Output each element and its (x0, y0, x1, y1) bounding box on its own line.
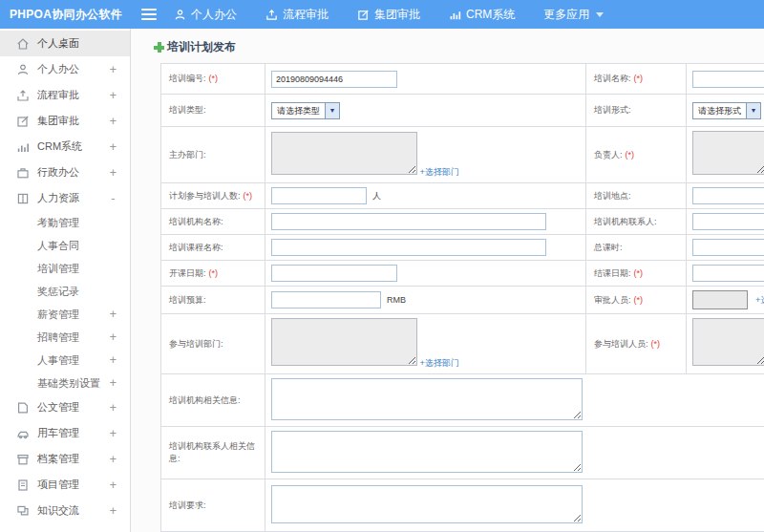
top-nav: 个人办公 流程审批 集团审批 CRM系统 更多应用 (174, 7, 604, 23)
field-label: 参与培训部门: (169, 339, 223, 349)
training-type-select[interactable]: 请选择类型 ▼ (271, 102, 340, 119)
sidebar-item-crm[interactable]: CRM系统 + (0, 134, 130, 160)
sidebar-item-archives[interactable]: 档案管理 + (0, 446, 130, 472)
topnav-workflow-approval[interactable]: 流程审批 (265, 7, 329, 23)
training-form-select[interactable]: 请选择形式 ▼ (692, 102, 761, 119)
total-hours-input[interactable] (692, 239, 764, 256)
field-label: 培训课程名称: (169, 243, 223, 252)
sidebar-item-workflow-approval[interactable]: 流程审批 + (0, 82, 130, 108)
briefcase-icon (16, 166, 30, 180)
training-org-contact-input[interactable] (692, 213, 764, 230)
training-name-input[interactable] (692, 71, 764, 88)
topnav-more-apps[interactable]: 更多应用 (543, 7, 604, 23)
required-mark: (*) (626, 150, 635, 160)
select-department-link[interactable]: +选择部门 (420, 166, 459, 179)
training-location-input[interactable] (692, 187, 764, 204)
training-requirements-textarea[interactable] (271, 485, 583, 523)
training-no-input[interactable] (271, 71, 397, 88)
required-mark: (*) (209, 268, 219, 278)
sidebar-item-personal-desktop[interactable]: 个人桌面 (0, 31, 130, 56)
person-icon (16, 63, 30, 76)
expand-icon[interactable]: + (110, 427, 117, 440)
field-label: 结课日期: (594, 268, 631, 278)
leader-textarea[interactable] (692, 131, 764, 175)
sidebar-subitem-reward-punishment[interactable]: 奖惩记录 (0, 280, 130, 303)
car-icon (16, 427, 30, 440)
field-label: 培训机构联系人相关信息: (169, 441, 255, 463)
sidebar-subitem-personnel[interactable]: 人事管理 + (0, 349, 130, 372)
clipboard-icon (16, 479, 30, 492)
org-info-textarea[interactable] (271, 378, 583, 420)
field-label: 开课日期: (169, 268, 206, 278)
field-label: 培训编号: (169, 74, 206, 83)
host-department-textarea[interactable] (271, 132, 417, 175)
training-org-name-input[interactable] (271, 213, 546, 230)
participant-department-textarea[interactable] (271, 318, 417, 366)
collapse-icon[interactable]: - (110, 192, 117, 205)
approver-box[interactable] (692, 290, 748, 309)
participant-people-textarea[interactable] (692, 318, 764, 366)
field-label: 培训形式: (594, 105, 631, 115)
budget-input[interactable] (271, 291, 381, 309)
main-content: 培训计划发布 培训编号:(*) 培训名称:(*) 培训类型: 请选择类型 ▼ 培… (132, 29, 764, 532)
expand-icon[interactable]: + (110, 504, 117, 518)
expand-icon[interactable]: + (110, 479, 117, 492)
required-mark: (*) (634, 268, 644, 278)
sidebar-item-hr[interactable]: 人力资源 - (0, 185, 130, 211)
planned-headcount-input[interactable] (271, 187, 367, 204)
bar-chart-icon (449, 9, 461, 21)
expand-icon[interactable]: + (110, 115, 117, 128)
expand-icon[interactable]: + (110, 63, 117, 76)
sidebar-subitem-recruitment[interactable]: 招聘管理 + (0, 326, 130, 349)
expand-icon[interactable]: + (110, 353, 117, 367)
sidebar-item-official-docs[interactable]: 公文管理 + (0, 394, 130, 420)
expand-icon[interactable]: + (110, 140, 117, 154)
org-contact-info-textarea[interactable] (271, 431, 583, 473)
form-row-org-info: 培训机构相关信息: (161, 374, 764, 427)
sidebar-subitem-attendance[interactable]: 考勤管理 (0, 211, 130, 234)
sidebar-subitem-training[interactable]: 培训管理 (0, 257, 130, 280)
sidebar-subitem-hr-contract[interactable]: 人事合同 (0, 234, 130, 257)
training-plan-form: 培训编号:(*) 培训名称:(*) 培训类型: 请选择类型 ▼ 培训形式: 请选… (160, 63, 764, 532)
sidebar-item-admin-office[interactable]: 行政办公 + (0, 160, 130, 185)
archive-icon (16, 453, 30, 466)
end-date-input[interactable] (692, 265, 764, 282)
sidebar-item-personal-office[interactable]: 个人办公 + (0, 56, 130, 82)
person-icon (174, 9, 186, 21)
sidebar-item-knowledge[interactable]: 知识交流 + (0, 498, 130, 523)
topnav-group-approval[interactable]: 集团审批 (357, 7, 420, 23)
expand-icon[interactable]: + (110, 330, 117, 344)
add-icon (154, 42, 164, 53)
expand-icon[interactable]: + (110, 166, 117, 180)
field-label: 培训类型: (169, 105, 206, 115)
expand-icon[interactable]: + (110, 401, 117, 415)
sidebar-item-project[interactable]: 项目管理 + (0, 472, 130, 498)
expand-icon[interactable]: + (110, 89, 117, 102)
sidebar-subitem-salary[interactable]: 薪资管理 + (0, 303, 130, 326)
hamburger-menu-icon[interactable] (141, 9, 157, 20)
sidebar-item-group-approval[interactable]: 集团审批 + (0, 108, 130, 134)
select-department-link[interactable]: +选择部门 (420, 357, 459, 370)
field-label: 培训机构联系人: (594, 217, 657, 226)
field-label: 主办部门: (169, 150, 206, 160)
field-label: 审批人员: (594, 295, 631, 305)
form-row-budget-approver: 培训预算: RMB 审批人员:(*) +选择审批人员 (161, 287, 764, 314)
expand-icon[interactable]: + (110, 453, 117, 466)
required-mark: (*) (651, 339, 661, 349)
app-title: PHPOA协同办公软件 (0, 7, 134, 23)
edit-square-icon (357, 9, 370, 21)
course-name-input[interactable] (271, 239, 546, 256)
sidebar-item-vehicle[interactable]: 用车管理 + (0, 420, 130, 446)
topnav-personal-office[interactable]: 个人办公 (174, 7, 237, 23)
field-label: 培训地点: (594, 191, 631, 201)
expand-icon[interactable]: + (110, 376, 117, 390)
start-date-input[interactable] (271, 265, 397, 282)
sidebar-subitem-base-category[interactable]: 基础类别设置 + (0, 372, 130, 394)
form-row-type-form: 培训类型: 请选择类型 ▼ 培训形式: 请选择形式 ▼ (161, 95, 764, 127)
field-label: 培训机构名称: (169, 217, 223, 226)
form-row-host-dept-leader: 主办部门: +选择部门 负责人:(*) +选择负责人 (161, 127, 764, 183)
topnav-crm[interactable]: CRM系统 (449, 7, 515, 23)
select-approver-link[interactable]: +选择审批人员 (755, 294, 764, 307)
currency-label: RMB (387, 295, 406, 305)
expand-icon[interactable]: + (110, 308, 117, 321)
